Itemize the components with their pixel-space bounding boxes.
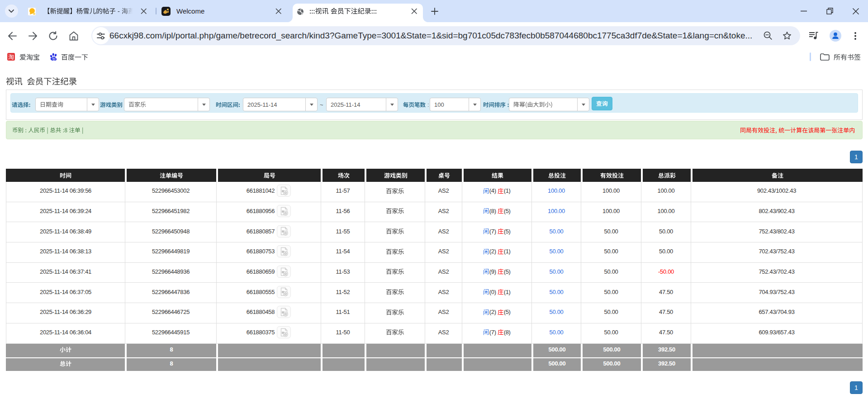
svg-text:du: du xyxy=(52,57,56,60)
